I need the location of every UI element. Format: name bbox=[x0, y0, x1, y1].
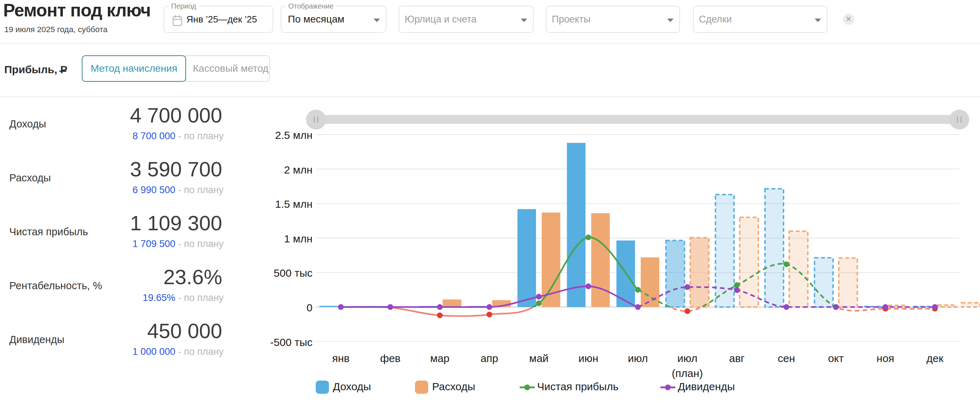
svg-text:Расходы: Расходы bbox=[432, 381, 475, 393]
svg-text:(план): (план) bbox=[672, 367, 703, 379]
svg-text:2 млн: 2 млн bbox=[284, 164, 312, 176]
svg-text:1 млн: 1 млн bbox=[284, 233, 312, 245]
svg-text:янв: янв bbox=[332, 352, 350, 364]
svg-text:Чистая прибыль: Чистая прибыль bbox=[537, 381, 619, 393]
svg-text:сен: сен bbox=[778, 352, 795, 364]
svg-text:дек: дек bbox=[926, 352, 943, 364]
svg-text:фев: фев bbox=[380, 352, 400, 364]
svg-text:Доходы: Доходы bbox=[333, 381, 371, 393]
svg-text:авг: авг bbox=[729, 352, 745, 364]
svg-text:мар: мар bbox=[430, 352, 450, 364]
svg-text:2.5 млн: 2.5 млн bbox=[275, 129, 312, 141]
svg-text:окт: окт bbox=[828, 352, 844, 364]
svg-text:май: май bbox=[529, 352, 549, 364]
svg-text:Дивиденды: Дивиденды bbox=[678, 381, 735, 393]
svg-text:1.5 млн: 1.5 млн bbox=[275, 198, 312, 210]
svg-text:апр: апр bbox=[480, 352, 498, 364]
svg-text:500 тыс: 500 тыс bbox=[274, 267, 312, 279]
svg-text:июл: июл bbox=[628, 352, 648, 364]
svg-text:-500 тыс: -500 тыс bbox=[270, 336, 312, 348]
svg-text:0: 0 bbox=[306, 302, 312, 313]
svg-text:ноя: ноя bbox=[877, 352, 894, 364]
svg-text:июн: июн bbox=[578, 352, 598, 364]
svg-text:июл: июл bbox=[678, 352, 697, 364]
